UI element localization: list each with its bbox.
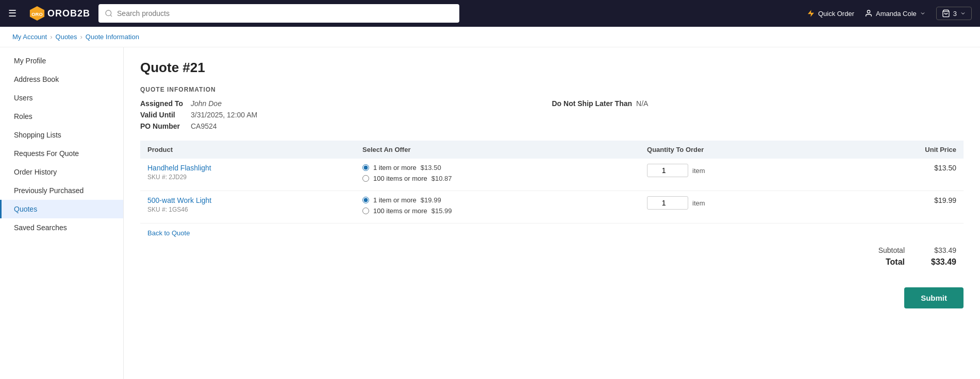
unit-price-cell-1: $19.99	[838, 191, 964, 223]
section-label: QUOTE INFORMATION	[140, 86, 964, 93]
sidebar-item-users[interactable]: Users	[0, 89, 123, 107]
offer-cell-1: 1 item or more $19.99 100 items or more …	[355, 191, 640, 223]
lightning-icon	[807, 9, 815, 18]
offer-row-1-0: 1 item or more $19.99	[362, 196, 633, 204]
offer-price-0-1: $10.87	[431, 175, 452, 182]
cart-chevron-icon	[960, 10, 966, 16]
total-label: Total	[863, 257, 905, 267]
breadcrumb-sep-1: ›	[50, 33, 52, 41]
product-cell-0: Handheld FlashlightSKU #: 2JD29	[140, 159, 355, 191]
sidebar-item-my-profile[interactable]: My Profile	[0, 51, 123, 70]
offer-price-1-0: $19.99	[421, 196, 441, 204]
quantity-input-0[interactable]	[647, 164, 688, 177]
main-layout: My Profile Address Book Users Roles Shop…	[0, 47, 980, 379]
offer-row-0-1: 100 items or more $10.87	[362, 175, 633, 182]
qty-cell-1: item	[647, 196, 831, 210]
quantity-cell-1: item	[640, 191, 838, 223]
table-row: Handheld FlashlightSKU #: 2JD29 1 item o…	[140, 159, 964, 191]
offer-label-0-1[interactable]: 100 items or more	[373, 175, 427, 182]
offer-price-0-0: $13.50	[421, 164, 441, 171]
sidebar-item-shopping-lists[interactable]: Shopping Lists	[0, 126, 123, 144]
valid-until-value: 3/31/2025, 12:00 AM	[191, 111, 257, 119]
breadcrumb: My Account › Quotes › Quote Information	[0, 27, 980, 47]
offer-price-1-1: $15.99	[431, 207, 452, 215]
po-number-label: PO Number	[140, 122, 187, 130]
offer-radio-1-0[interactable]	[362, 197, 369, 203]
search-bar	[98, 4, 459, 23]
nav-right: Quick Order Amanda Cole 3	[807, 7, 972, 20]
back-to-quote-link[interactable]: Back to Quote	[147, 229, 190, 237]
quick-order-button[interactable]: Quick Order	[807, 9, 854, 18]
top-navigation: ☰ ORO OROB2B Quick Order Amanda Cole	[0, 0, 980, 27]
unit-price-cell-0: $13.50	[838, 159, 964, 191]
search-input[interactable]	[117, 9, 453, 18]
sidebar-item-quotes[interactable]: Quotes	[0, 200, 123, 218]
offer-radio-0-0[interactable]	[362, 164, 369, 171]
offer-radio-1-1[interactable]	[362, 208, 369, 214]
table-row: 500-watt Work LightSKU #: 1GS46 1 item o…	[140, 191, 964, 223]
subtotal-label: Subtotal	[863, 246, 905, 254]
submit-area: Submit	[140, 287, 964, 308]
col-select-offer: Select An Offer	[355, 141, 640, 159]
unit-price-val-1: $19.99	[934, 196, 956, 204]
main-content: Quote #21 QUOTE INFORMATION Assigned To …	[124, 47, 980, 379]
qty-cell-0: item	[647, 164, 831, 177]
product-link-1[interactable]: 500-watt Work Light	[147, 196, 211, 204]
chevron-down-icon	[920, 10, 926, 16]
po-number-row: PO Number CA9524	[140, 122, 552, 130]
totals-section: Subtotal $33.49 Total $33.49	[140, 246, 964, 277]
col-product: Product	[140, 141, 355, 159]
breadcrumb-sep-2: ›	[80, 33, 82, 41]
unit-label-0: item	[692, 167, 705, 175]
sidebar-item-previously-purchased[interactable]: Previously Purchased	[0, 181, 123, 200]
page-title: Quote #21	[140, 60, 964, 76]
breadcrumb-my-account[interactable]: My Account	[12, 33, 47, 41]
search-icon	[105, 9, 113, 18]
logo-icon: ORO	[29, 5, 45, 22]
subtotal-row: Subtotal $33.49	[863, 246, 956, 254]
logo: ORO OROB2B	[29, 5, 90, 22]
do-not-ship-value: N/A	[636, 99, 648, 108]
offer-row-1-1: 100 items or more $15.99	[362, 207, 633, 215]
breadcrumb-quotes[interactable]: Quotes	[56, 33, 77, 41]
subtotal-value: $33.49	[925, 246, 956, 254]
sidebar-item-order-history[interactable]: Order History	[0, 163, 123, 181]
svg-point-4	[867, 10, 870, 13]
submit-button[interactable]: Submit	[904, 287, 964, 308]
products-table: Product Select An Offer Quantity To Orde…	[140, 141, 964, 223]
unit-label-1: item	[692, 199, 705, 207]
sidebar-item-roles[interactable]: Roles	[0, 107, 123, 126]
svg-point-2	[106, 10, 111, 16]
po-number-value: CA9524	[191, 122, 217, 130]
product-cell-1: 500-watt Work LightSKU #: 1GS46	[140, 191, 355, 223]
offer-label-1-0[interactable]: 1 item or more	[373, 196, 417, 204]
product-sku-1: SKU #: 1GS46	[147, 206, 348, 213]
offer-label-1-1[interactable]: 100 items or more	[373, 207, 427, 215]
quantity-input-1[interactable]	[647, 196, 688, 210]
logo-text: OROB2B	[47, 8, 90, 19]
info-right: Do Not Ship Later Than N/A	[552, 99, 964, 130]
assigned-to-label: Assigned To	[140, 99, 187, 108]
sidebar-item-address-book[interactable]: Address Book	[0, 70, 123, 89]
info-left: Assigned To John Doe Valid Until 3/31/20…	[140, 99, 552, 130]
breadcrumb-quote-information[interactable]: Quote Information	[86, 33, 139, 41]
offer-label-0-0[interactable]: 1 item or more	[373, 164, 417, 171]
sidebar-item-saved-searches[interactable]: Saved Searches	[0, 218, 123, 237]
product-link-0[interactable]: Handheld Flashlight	[147, 164, 211, 172]
cart-button[interactable]: 3	[936, 7, 972, 20]
user-icon	[865, 9, 873, 18]
user-menu[interactable]: Amanda Cole	[865, 9, 926, 18]
do-not-ship-label: Do Not Ship Later Than	[552, 99, 633, 108]
sidebar-item-requests-for-quote[interactable]: Requests For Quote	[0, 144, 123, 163]
offer-row-0-0: 1 item or more $13.50	[362, 164, 633, 171]
assigned-to-value: John Doe	[191, 99, 222, 108]
quantity-cell-0: item	[640, 159, 838, 191]
valid-until-row: Valid Until 3/31/2025, 12:00 AM	[140, 111, 552, 119]
do-not-ship-row: Do Not Ship Later Than N/A	[552, 99, 964, 108]
total-row: Total $33.49	[863, 257, 956, 267]
unit-price-val-0: $13.50	[934, 164, 956, 172]
hamburger-menu[interactable]: ☰	[8, 8, 16, 19]
total-value: $33.49	[925, 257, 956, 267]
offer-radio-0-1[interactable]	[362, 175, 369, 182]
cart-icon	[942, 9, 950, 18]
